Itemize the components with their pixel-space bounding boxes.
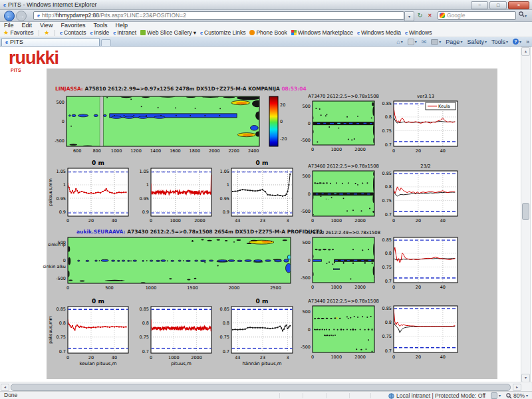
menu-tools[interactable]: Tools bbox=[89, 22, 111, 29]
back-button[interactable]: ← bbox=[4, 11, 15, 21]
stop-button[interactable]: × bbox=[426, 11, 434, 20]
favorites-item-windows-media[interactable]: eWindows Media bbox=[357, 29, 401, 37]
svg-text:0: 0 bbox=[280, 119, 283, 124]
google-logo-icon bbox=[440, 13, 445, 18]
scroll-left-button[interactable]: ◂ bbox=[1, 384, 9, 391]
read-mail-button[interactable]: ✉ bbox=[422, 39, 427, 45]
svg-text:40: 40 bbox=[440, 148, 446, 154]
svg-text:2000: 2000 bbox=[354, 218, 366, 223]
forward-button[interactable]: → bbox=[16, 11, 27, 21]
svg-text:1000: 1000 bbox=[170, 218, 181, 223]
star-plus-icon: ★ bbox=[44, 29, 49, 36]
favorites-item-phone-book[interactable]: Phone Book bbox=[249, 29, 287, 37]
back-arrow-icon: ← bbox=[6, 12, 13, 19]
chevron-down-icon: ▾ bbox=[506, 39, 508, 44]
svg-text:0.8: 0.8 bbox=[385, 251, 392, 256]
svg-text:2200: 2200 bbox=[228, 148, 239, 154]
horizontal-scrollbar[interactable]: ◂ ▸ bbox=[0, 382, 532, 392]
svg-text:1000: 1000 bbox=[111, 148, 122, 154]
favorites-item-web-slice-gallery[interactable]: Web Slice Gallery ▾ bbox=[140, 29, 196, 37]
menu-view[interactable]: View bbox=[36, 22, 57, 29]
navigation-bar: ← → ehttp://fihmypdwrep2:88/Pits.aspx?LI… bbox=[0, 10, 532, 22]
svg-text:0: 0 bbox=[392, 285, 395, 290]
window-title: PITS - Windows Internet Explorer bbox=[8, 1, 97, 8]
change-zoom-button[interactable]: ▾ bbox=[491, 392, 501, 399]
feeds-button[interactable]: ▾ bbox=[408, 39, 417, 45]
favorites-button[interactable]: ★ Favorites bbox=[3, 29, 33, 36]
menu-favorites[interactable]: Favorites bbox=[57, 22, 89, 29]
tools-button[interactable]: Tools▾ bbox=[491, 39, 508, 45]
search-button[interactable]: ▾ bbox=[517, 11, 529, 20]
print-button[interactable]: ▾ bbox=[431, 39, 441, 45]
svg-text:20: 20 bbox=[88, 355, 94, 360]
svg-text:0 m: 0 m bbox=[92, 160, 104, 166]
svg-text:0: 0 bbox=[308, 258, 311, 263]
new-tab-button[interactable] bbox=[101, 39, 111, 47]
status-text: Done bbox=[4, 392, 17, 398]
svg-text:1: 1 bbox=[146, 182, 149, 188]
svg-text:20: 20 bbox=[416, 354, 421, 360]
svg-text:0.7: 0.7 bbox=[385, 142, 392, 148]
menu-edit[interactable]: Edit bbox=[18, 22, 37, 29]
menu-help[interactable]: Help bbox=[111, 22, 132, 29]
svg-text:0 m: 0 m bbox=[256, 160, 269, 166]
address-dropdown-button[interactable]: ▾ bbox=[404, 11, 414, 21]
svg-text:0: 0 bbox=[311, 285, 314, 290]
svg-text:0 m: 0 m bbox=[92, 298, 104, 305]
svg-text:A73440 2612:2.5=>0.78x1508: A73440 2612:2.5=>0.78x1508 bbox=[308, 299, 379, 304]
favorites-item-windows[interactable]: eWindows bbox=[405, 29, 432, 37]
favorites-item-contacts[interactable]: eContacts bbox=[60, 29, 86, 37]
chart-mid-hanta: 432331.0510.950.90 m bbox=[231, 168, 293, 216]
svg-text:23/2: 23/2 bbox=[420, 164, 430, 169]
svg-text:0.85: 0.85 bbox=[140, 307, 149, 312]
svg-text:Keula: Keula bbox=[438, 104, 450, 109]
svg-text:43: 43 bbox=[235, 218, 240, 223]
svg-text:0: 0 bbox=[66, 218, 69, 223]
svg-text:0.7: 0.7 bbox=[142, 349, 149, 354]
svg-text:0: 0 bbox=[150, 218, 152, 223]
favorites-item-inside[interactable]: eInside bbox=[90, 29, 110, 37]
favorites-item-windows-marketplace[interactable]: Windows Marketplace bbox=[291, 29, 353, 37]
svg-text:500: 500 bbox=[303, 309, 311, 315]
status-bar: Done Local intranet | Protected Mode: Of… bbox=[0, 391, 532, 399]
svg-text:-500: -500 bbox=[55, 138, 65, 144]
svg-text:2000: 2000 bbox=[354, 354, 366, 360]
svg-text:1.05: 1.05 bbox=[140, 169, 149, 174]
vertical-scrollbar[interactable]: ▴ ▾ bbox=[521, 47, 531, 383]
page-label: Page bbox=[446, 39, 460, 45]
safety-button[interactable]: Safety▾ bbox=[467, 39, 487, 45]
close-button[interactable]: × bbox=[508, 1, 529, 9]
scroll-up-button[interactable]: ▴ bbox=[521, 47, 530, 56]
svg-text:500: 500 bbox=[303, 240, 311, 245]
minimize-button[interactable]: − bbox=[471, 1, 488, 9]
home-icon: ⌂ bbox=[396, 39, 400, 45]
chart-aukik-map: 050010001500200025005000-500sinkin lpsin… bbox=[68, 237, 291, 283]
svg-text:500: 500 bbox=[105, 285, 113, 291]
add-favorite-button[interactable]: ★ bbox=[44, 29, 49, 36]
search-input[interactable]: Google bbox=[438, 11, 516, 20]
maximize-button[interactable]: □ bbox=[489, 1, 507, 9]
svg-text:0.95: 0.95 bbox=[140, 196, 149, 201]
menu-file[interactable]: File bbox=[0, 22, 18, 29]
divider bbox=[55, 30, 55, 36]
tab-pits[interactable]: ePITS bbox=[1, 38, 100, 46]
overflow-button[interactable]: » bbox=[526, 39, 529, 45]
favorites-item-customize-links[interactable]: eCustomize Links bbox=[200, 29, 245, 37]
svg-text:0.9: 0.9 bbox=[223, 209, 229, 215]
zoom-level-button[interactable]: 80% ▾ bbox=[506, 392, 528, 399]
refresh-button[interactable]: ↻ bbox=[416, 11, 424, 20]
vertical-scroll-thumb[interactable] bbox=[522, 203, 529, 220]
scroll-right-button[interactable]: ▸ bbox=[513, 384, 521, 391]
ruukki-logo: ruukki bbox=[9, 49, 59, 66]
address-bar[interactable]: ehttp://fihmypdwrep2:88/Pits.aspx?LINE=2… bbox=[33, 11, 404, 20]
svg-text:1500: 1500 bbox=[187, 285, 198, 291]
page-button[interactable]: Page▾ bbox=[446, 39, 462, 45]
tab-favicon: e bbox=[5, 39, 8, 45]
title-bar: ePITS - Windows Internet Explorer − □ × bbox=[0, 0, 532, 10]
favorites-item-intranet[interactable]: eIntranet bbox=[113, 29, 136, 37]
home-button[interactable]: ⌂▾ bbox=[396, 39, 402, 45]
page-content: ruukki PITS 6008001000120014001600180020… bbox=[0, 47, 532, 382]
chevron-down-icon: ▾ bbox=[415, 39, 417, 44]
horizontal-scroll-thumb[interactable] bbox=[11, 384, 511, 391]
help-button[interactable]: ?▾ bbox=[513, 39, 521, 45]
